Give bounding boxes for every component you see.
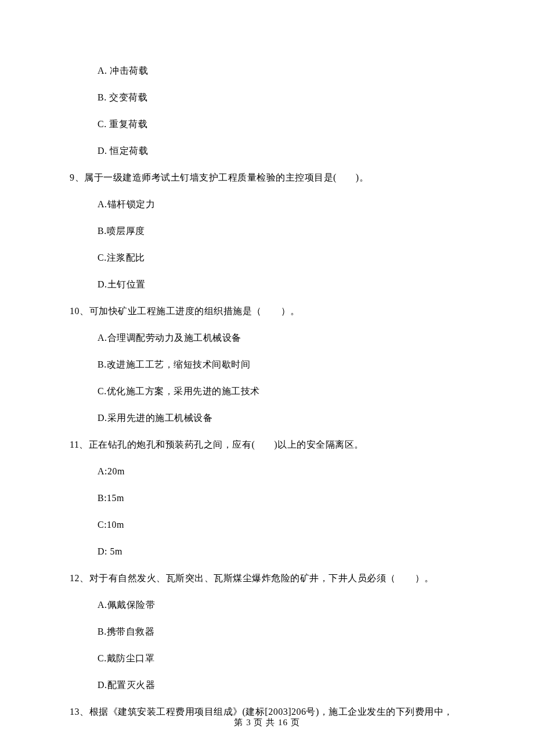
question-12: 12、对于有自然发火、瓦斯突出、瓦斯煤尘爆炸危险的矿井，下井人员必须（ ）。 bbox=[70, 571, 464, 585]
option-c: C.注浆配比 bbox=[98, 251, 464, 265]
option-b: B.改进施工工艺，缩短技术间歇时间 bbox=[98, 358, 464, 372]
option-d: D: 5m bbox=[98, 545, 464, 559]
question-9: 9、属于一级建造师考试土钉墙支护工程质量检验的主控项目是( )。 bbox=[70, 171, 464, 185]
question-11: 11、正在钻孔的炮孔和预装药孔之间，应有( )以上的安全隔离区。 bbox=[70, 438, 464, 452]
page-footer: 第 3 页 共 16 页 bbox=[0, 717, 534, 728]
option-d: D.采用先进的施工机械设备 bbox=[98, 411, 464, 425]
option-d: D. 恒定荷载 bbox=[98, 144, 464, 158]
option-a: A.合理调配劳动力及施工机械设备 bbox=[98, 331, 464, 345]
question-10-options: A.合理调配劳动力及施工机械设备 B.改进施工工艺，缩短技术间歇时间 C.优化施… bbox=[70, 331, 464, 425]
exam-page: A. 冲击荷载 B. 交变荷载 C. 重复荷载 D. 恒定荷载 9、属于一级建造… bbox=[0, 0, 534, 719]
question-10: 10、可加快矿业工程施工进度的组织措施是（ ）。 bbox=[70, 304, 464, 318]
question-9-options: A.锚杆锁定力 B.喷层厚度 C.注浆配比 D.土钉位置 bbox=[70, 197, 464, 291]
option-a: A.锚杆锁定力 bbox=[98, 197, 464, 211]
option-b: B.喷层厚度 bbox=[98, 224, 464, 238]
question-12-options: A.佩戴保险带 B.携带自救器 C.戴防尘口罩 D.配置灭火器 bbox=[70, 598, 464, 692]
question-11-options: A:20m B:15m C:10m D: 5m bbox=[70, 465, 464, 559]
option-a: A:20m bbox=[98, 465, 464, 478]
prev-question-options: A. 冲击荷载 B. 交变荷载 C. 重复荷载 D. 恒定荷载 bbox=[70, 64, 464, 158]
option-d: D.配置灭火器 bbox=[98, 678, 464, 692]
option-c: C. 重复荷载 bbox=[98, 117, 464, 131]
option-d: D.土钉位置 bbox=[98, 278, 464, 291]
option-c: C.戴防尘口罩 bbox=[98, 651, 464, 665]
option-c: C.优化施工方案，采用先进的施工技术 bbox=[98, 384, 464, 398]
option-a: A.佩戴保险带 bbox=[98, 598, 464, 612]
option-c: C:10m bbox=[98, 518, 464, 532]
option-a: A. 冲击荷载 bbox=[98, 64, 464, 78]
option-b: B. 交变荷载 bbox=[98, 91, 464, 105]
option-b: B.携带自救器 bbox=[98, 625, 464, 639]
option-b: B:15m bbox=[98, 491, 464, 505]
